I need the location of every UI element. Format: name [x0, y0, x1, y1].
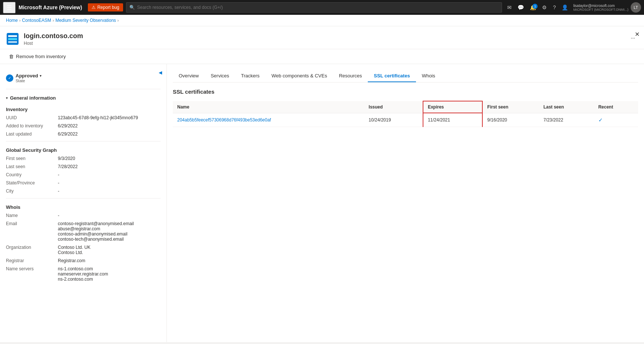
city-value: -	[58, 187, 161, 195]
city-label: City	[6, 187, 58, 195]
report-bug-button[interactable]: ⚠ Report bug	[88, 3, 123, 11]
col-name: Name	[173, 101, 364, 113]
feedback-icon-button[interactable]: 💬	[515, 3, 526, 12]
collapse-panel-button[interactable]: ◀	[159, 70, 162, 75]
last-seen-label: Last seen	[6, 163, 58, 171]
svg-rect-1	[8, 35, 17, 37]
col-last-seen: Last seen	[539, 101, 594, 113]
table-body: 204ab5b5feecef57306968d76f493be53ed6e0af…	[173, 113, 638, 127]
cert-recent-cell: ✓	[594, 113, 638, 127]
whois-registrar-value: Registrar.com	[58, 257, 161, 265]
col-issued: Issued	[364, 101, 423, 113]
notification-badge: 1	[532, 4, 538, 9]
state-label: Approved	[16, 73, 38, 79]
whois-org-value: Contoso Ltd. UK Contoso Ltd.	[58, 243, 161, 257]
page-close-button[interactable]: ✕	[635, 31, 640, 38]
tab-overview[interactable]: Overview	[173, 70, 205, 82]
tab-services[interactable]: Services	[205, 70, 235, 82]
breadcrumb-home[interactable]: Home	[6, 18, 18, 23]
app-title: Microsoft Azure (Preview)	[19, 4, 82, 10]
table-header-row: Name Issued Expires First seen Last seen…	[173, 101, 638, 113]
nav-icon-group: ✉ 💬 🔔 1 ⚙ ? 👤 lisataylor@microsoft.com M…	[505, 2, 641, 13]
cert-first-seen-cell: 9/16/2020	[482, 113, 539, 127]
tab-ssl-certificates[interactable]: SSL certificates	[368, 70, 416, 82]
tab-trackers[interactable]: Trackers	[235, 70, 265, 82]
search-input[interactable]	[137, 5, 499, 10]
profile-icon-button[interactable]: 👤	[559, 3, 570, 12]
global-security-grid: First seen 9/3/2020 Last seen 7/28/2022 …	[6, 154, 161, 195]
breadcrumb-medium-severity[interactable]: Medium Severity Observations	[55, 18, 116, 23]
state-province-value: -	[58, 179, 161, 187]
top-navigation: ☰ Microsoft Azure (Preview) ⚠ Report bug…	[0, 0, 644, 15]
inventory-divider	[6, 141, 161, 141]
uuid-label: UUID	[6, 114, 58, 122]
cert-expires-cell: 11/24/2021	[423, 113, 482, 127]
checkmark-icon: ✓	[598, 117, 603, 123]
table-row: 204ab5b5feecef57306968d76f493be53ed6e0af…	[173, 113, 638, 127]
whois-org-label: Organization	[6, 243, 58, 257]
notification-icon-button[interactable]: 🔔 1	[528, 3, 538, 12]
toolbar: 🗑 Remove from inventory	[0, 49, 644, 64]
user-profile[interactable]: lisataylor@microsoft.com MICROSOFT (MICR…	[573, 2, 641, 13]
general-info-section-header[interactable]: ▾ General information	[6, 89, 161, 104]
first-seen-value: 9/3/2020	[58, 154, 161, 163]
page-subtitle: Host	[24, 41, 628, 46]
breadcrumb: Home › ContosoEASM › Medium Severity Obs…	[0, 15, 644, 26]
whois-registrar-label: Registrar	[6, 257, 58, 265]
trash-icon: 🗑	[9, 54, 14, 59]
country-value: -	[58, 171, 161, 179]
inventory-grid: UUID 123abc45-67d8-9efg-hi12-jkl345mno67…	[6, 114, 161, 138]
whois-nameservers-value: ns-1.contoso.com nameserver.registrar.co…	[58, 265, 161, 283]
svg-rect-3	[8, 41, 17, 43]
warning-icon: ⚠	[92, 5, 96, 10]
last-updated-value: 6/29/2022	[58, 130, 161, 138]
table-header: Name Issued Expires First seen Last seen…	[173, 101, 638, 113]
help-icon-button[interactable]: ?	[551, 3, 558, 12]
user-tenant: MICROSOFT (MICROSOFT.ONMI...)	[573, 8, 628, 11]
added-to-inventory-value: 6/29/2022	[58, 122, 161, 130]
page-header: login.contoso.com Host ... ✕	[0, 26, 644, 49]
settings-icon-button[interactable]: ⚙	[540, 3, 549, 12]
col-expires: Expires	[423, 101, 482, 113]
state-chevron-icon[interactable]: ▾	[40, 74, 42, 78]
ssl-certificates-table: Name Issued Expires First seen Last seen…	[173, 101, 638, 127]
search-bar[interactable]: 🔍	[126, 2, 502, 13]
whois-title: Whois	[6, 201, 161, 211]
tab-whois[interactable]: Whois	[416, 70, 441, 82]
cert-name-cell: 204ab5b5feecef57306968d76f493be53ed6e0af	[173, 113, 364, 127]
tab-web-components[interactable]: Web components & CVEs	[265, 70, 333, 82]
whois-grid: Name - Email contoso-registrant@anonymis…	[6, 211, 161, 283]
content-split: ◀ ✓ Approved ▾ State ▾ General informati…	[0, 64, 644, 342]
avatar: LT	[631, 2, 641, 13]
remove-from-inventory-button[interactable]: 🗑 Remove from inventory	[6, 52, 69, 61]
state-widget: ✓ Approved ▾ State	[6, 70, 161, 89]
ssl-table-title: SSL certificates	[173, 88, 638, 95]
main-container: login.contoso.com Host ... ✕ 🗑 Remove fr…	[0, 26, 644, 342]
state-sublabel: State	[16, 79, 42, 83]
search-icon: 🔍	[129, 5, 135, 10]
user-email: lisataylor@microsoft.com	[573, 4, 628, 8]
global-security-title: Global Security Graph	[6, 144, 161, 154]
email-icon-button[interactable]: ✉	[505, 3, 514, 12]
general-info-title: General information	[10, 95, 56, 101]
inventory-title: Inventory	[6, 104, 161, 114]
col-first-seen: First seen	[482, 101, 539, 113]
added-to-inventory-label: Added to inventory	[6, 122, 58, 130]
state-info: Approved ▾ State	[16, 73, 42, 83]
section-chevron-icon: ▾	[6, 96, 8, 100]
page-title-block: login.contoso.com Host	[24, 32, 628, 46]
cert-name-link[interactable]: 204ab5b5feecef57306968d76f493be53ed6e0af	[177, 117, 271, 123]
tab-bar: Overview Services Trackers Web component…	[173, 70, 638, 83]
whois-name-value: -	[58, 211, 161, 220]
country-label: Country	[6, 171, 58, 179]
whois-name-label: Name	[6, 211, 58, 220]
breadcrumb-contoso-easm[interactable]: ContosoEASM	[22, 18, 51, 23]
tab-resources[interactable]: Resources	[333, 70, 368, 82]
cert-last-seen-cell: 7/23/2022	[539, 113, 594, 127]
state-icon: ✓	[6, 74, 13, 82]
first-seen-label: First seen	[6, 154, 58, 163]
whois-email-label: Email	[6, 220, 58, 243]
uuid-value: 123abc45-67d8-9efg-hi12-jkl345mno679	[58, 114, 161, 122]
hamburger-menu-button[interactable]: ☰	[3, 2, 16, 13]
right-panel: Overview Services Trackers Web component…	[167, 64, 644, 342]
